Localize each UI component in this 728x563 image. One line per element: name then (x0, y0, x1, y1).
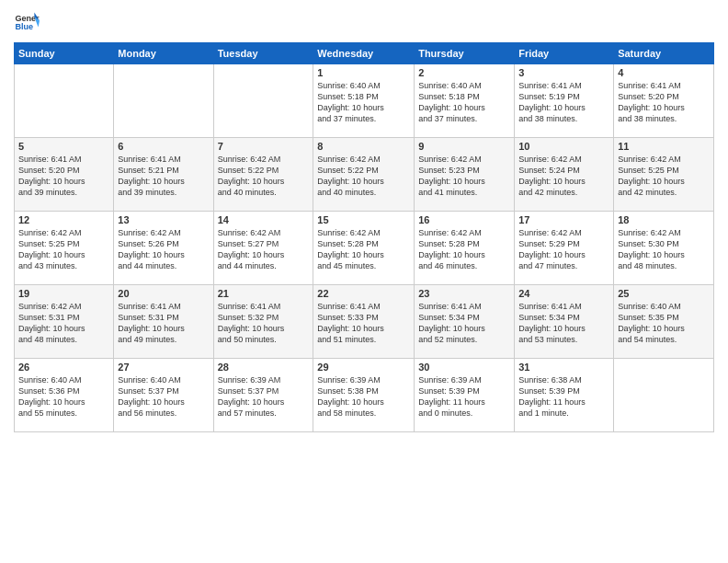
calendar-cell: 26Sunrise: 6:40 AM Sunset: 5:36 PM Dayli… (15, 359, 114, 432)
calendar-cell: 16Sunrise: 6:42 AM Sunset: 5:28 PM Dayli… (415, 212, 515, 285)
day-number: 13 (118, 214, 209, 225)
weekday-header-thursday: Thursday (415, 43, 515, 64)
day-number: 26 (18, 362, 109, 373)
day-number: 29 (317, 362, 410, 373)
calendar-cell: 18Sunrise: 6:42 AM Sunset: 5:30 PM Dayli… (614, 212, 714, 285)
calendar-cell: 8Sunrise: 6:42 AM Sunset: 5:22 PM Daylig… (313, 138, 415, 212)
weekday-header-tuesday: Tuesday (213, 43, 313, 64)
day-number: 7 (218, 141, 310, 152)
calendar-cell: 13Sunrise: 6:42 AM Sunset: 5:26 PM Dayli… (114, 212, 213, 285)
day-info: Sunrise: 6:42 AM Sunset: 5:28 PM Dayligh… (317, 227, 410, 272)
svg-text:Blue: Blue (15, 22, 33, 31)
day-info: Sunrise: 6:42 AM Sunset: 5:25 PM Dayligh… (618, 154, 710, 199)
calendar-cell: 9Sunrise: 6:42 AM Sunset: 5:23 PM Daylig… (415, 138, 515, 212)
calendar-cell: 23Sunrise: 6:41 AM Sunset: 5:34 PM Dayli… (415, 285, 515, 359)
calendar-cell: 5Sunrise: 6:41 AM Sunset: 5:20 PM Daylig… (15, 138, 114, 212)
day-info: Sunrise: 6:41 AM Sunset: 5:34 PM Dayligh… (418, 301, 510, 346)
day-info: Sunrise: 6:42 AM Sunset: 5:26 PM Dayligh… (118, 227, 209, 272)
calendar-week-row: 5Sunrise: 6:41 AM Sunset: 5:20 PM Daylig… (15, 138, 714, 212)
calendar-cell (15, 64, 114, 138)
day-info: Sunrise: 6:40 AM Sunset: 5:35 PM Dayligh… (618, 301, 710, 346)
day-number: 8 (317, 141, 410, 152)
calendar-cell: 20Sunrise: 6:41 AM Sunset: 5:31 PM Dayli… (114, 285, 213, 359)
calendar-cell: 30Sunrise: 6:39 AM Sunset: 5:39 PM Dayli… (415, 359, 515, 432)
calendar-week-row: 19Sunrise: 6:42 AM Sunset: 5:31 PM Dayli… (15, 285, 714, 359)
calendar-cell: 21Sunrise: 6:41 AM Sunset: 5:32 PM Dayli… (213, 285, 313, 359)
logo-icon: General Blue (14, 9, 40, 35)
day-number: 17 (518, 214, 609, 225)
calendar: SundayMondayTuesdayWednesdayThursdayFrid… (14, 42, 714, 432)
day-info: Sunrise: 6:41 AM Sunset: 5:21 PM Dayligh… (118, 154, 209, 199)
calendar-cell: 22Sunrise: 6:41 AM Sunset: 5:33 PM Dayli… (313, 285, 415, 359)
day-number: 6 (118, 141, 209, 152)
day-number: 24 (518, 288, 609, 299)
day-number: 25 (618, 288, 710, 299)
calendar-cell (614, 359, 714, 432)
day-number: 12 (18, 214, 109, 225)
calendar-cell: 12Sunrise: 6:42 AM Sunset: 5:25 PM Dayli… (15, 212, 114, 285)
day-number: 1 (317, 67, 410, 78)
day-number: 27 (118, 362, 209, 373)
day-number: 31 (518, 362, 609, 373)
day-number: 28 (218, 362, 310, 373)
calendar-cell (213, 64, 313, 138)
calendar-cell: 15Sunrise: 6:42 AM Sunset: 5:28 PM Dayli… (313, 212, 415, 285)
day-info: Sunrise: 6:42 AM Sunset: 5:22 PM Dayligh… (218, 154, 310, 199)
day-info: Sunrise: 6:42 AM Sunset: 5:27 PM Dayligh… (218, 227, 310, 272)
day-info: Sunrise: 6:42 AM Sunset: 5:24 PM Dayligh… (518, 154, 609, 199)
day-info: Sunrise: 6:42 AM Sunset: 5:28 PM Dayligh… (418, 227, 510, 272)
day-info: Sunrise: 6:42 AM Sunset: 5:29 PM Dayligh… (518, 227, 609, 272)
calendar-cell: 29Sunrise: 6:39 AM Sunset: 5:38 PM Dayli… (313, 359, 415, 432)
weekday-header-saturday: Saturday (614, 43, 714, 64)
day-number: 4 (618, 67, 710, 78)
weekday-header-sunday: Sunday (15, 43, 114, 64)
day-info: Sunrise: 6:41 AM Sunset: 5:31 PM Dayligh… (118, 301, 209, 346)
calendar-cell: 27Sunrise: 6:40 AM Sunset: 5:37 PM Dayli… (114, 359, 213, 432)
calendar-week-row: 1Sunrise: 6:40 AM Sunset: 5:18 PM Daylig… (15, 64, 714, 138)
calendar-cell: 25Sunrise: 6:40 AM Sunset: 5:35 PM Dayli… (614, 285, 714, 359)
day-number: 16 (418, 214, 510, 225)
logo: General Blue (14, 9, 40, 35)
day-info: Sunrise: 6:40 AM Sunset: 5:18 PM Dayligh… (418, 80, 510, 125)
calendar-header-row: SundayMondayTuesdayWednesdayThursdayFrid… (15, 43, 714, 64)
calendar-cell: 17Sunrise: 6:42 AM Sunset: 5:29 PM Dayli… (515, 212, 614, 285)
calendar-cell: 19Sunrise: 6:42 AM Sunset: 5:31 PM Dayli… (15, 285, 114, 359)
day-info: Sunrise: 6:39 AM Sunset: 5:39 PM Dayligh… (418, 374, 510, 419)
day-number: 30 (418, 362, 510, 373)
day-number: 18 (618, 214, 710, 225)
day-number: 11 (618, 141, 710, 152)
calendar-cell: 10Sunrise: 6:42 AM Sunset: 5:24 PM Dayli… (515, 138, 614, 212)
calendar-cell: 2Sunrise: 6:40 AM Sunset: 5:18 PM Daylig… (415, 64, 515, 138)
day-info: Sunrise: 6:41 AM Sunset: 5:20 PM Dayligh… (18, 154, 109, 199)
day-info: Sunrise: 6:41 AM Sunset: 5:32 PM Dayligh… (218, 301, 310, 346)
day-info: Sunrise: 6:41 AM Sunset: 5:34 PM Dayligh… (518, 301, 609, 346)
weekday-header-monday: Monday (114, 43, 213, 64)
day-info: Sunrise: 6:42 AM Sunset: 5:25 PM Dayligh… (18, 227, 109, 272)
day-info: Sunrise: 6:40 AM Sunset: 5:18 PM Dayligh… (317, 80, 410, 125)
day-number: 5 (18, 141, 109, 152)
day-info: Sunrise: 6:38 AM Sunset: 5:39 PM Dayligh… (518, 374, 609, 419)
calendar-cell: 1Sunrise: 6:40 AM Sunset: 5:18 PM Daylig… (313, 64, 415, 138)
day-info: Sunrise: 6:42 AM Sunset: 5:31 PM Dayligh… (18, 301, 109, 346)
day-number: 20 (118, 288, 209, 299)
day-info: Sunrise: 6:42 AM Sunset: 5:23 PM Dayligh… (418, 154, 510, 199)
page-header: General Blue (14, 9, 714, 35)
calendar-cell: 3Sunrise: 6:41 AM Sunset: 5:19 PM Daylig… (515, 64, 614, 138)
day-number: 9 (418, 141, 510, 152)
day-info: Sunrise: 6:41 AM Sunset: 5:20 PM Dayligh… (618, 80, 710, 125)
calendar-cell: 28Sunrise: 6:39 AM Sunset: 5:37 PM Dayli… (213, 359, 313, 432)
day-info: Sunrise: 6:41 AM Sunset: 5:19 PM Dayligh… (518, 80, 609, 125)
calendar-cell: 11Sunrise: 6:42 AM Sunset: 5:25 PM Dayli… (614, 138, 714, 212)
calendar-cell (114, 64, 213, 138)
day-number: 23 (418, 288, 510, 299)
calendar-cell: 14Sunrise: 6:42 AM Sunset: 5:27 PM Dayli… (213, 212, 313, 285)
day-number: 3 (518, 67, 609, 78)
day-number: 10 (518, 141, 609, 152)
day-info: Sunrise: 6:42 AM Sunset: 5:22 PM Dayligh… (317, 154, 410, 199)
weekday-header-friday: Friday (515, 43, 614, 64)
day-number: 21 (218, 288, 310, 299)
day-info: Sunrise: 6:41 AM Sunset: 5:33 PM Dayligh… (317, 301, 410, 346)
day-number: 15 (317, 214, 410, 225)
calendar-cell: 24Sunrise: 6:41 AM Sunset: 5:34 PM Dayli… (515, 285, 614, 359)
day-info: Sunrise: 6:42 AM Sunset: 5:30 PM Dayligh… (618, 227, 710, 272)
